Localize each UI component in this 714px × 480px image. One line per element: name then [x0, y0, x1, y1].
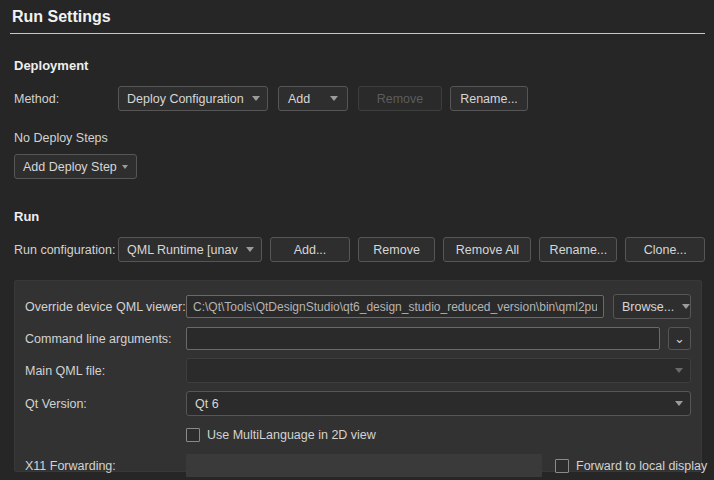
run-section: Run Run configuration: QML Runtime [unav… — [14, 209, 705, 262]
override-viewer-label: Override device QML viewer: — [25, 300, 186, 314]
qt-version-row: Qt Version: Qt 6 — [25, 391, 691, 416]
run-configuration-label: Run configuration: — [14, 243, 118, 257]
dropdown-arrow-icon — [675, 401, 683, 406]
dropdown-arrow-icon — [246, 247, 254, 252]
chevron-down-icon: ⌄ — [674, 332, 685, 345]
run-details-panel: Override device QML viewer: Browse... Co… — [14, 280, 702, 472]
run-add-button[interactable]: Add... — [270, 237, 350, 262]
run-rename-button[interactable]: Rename... — [539, 237, 617, 262]
command-line-arguments-label: Command line arguments: — [25, 332, 186, 346]
qt-version-combobox[interactable]: Qt 6 — [186, 391, 691, 416]
page-title: Run Settings — [10, 6, 705, 34]
method-label: Method: — [14, 92, 118, 106]
method-row: Method: Deploy Configuration Add Remove … — [14, 86, 705, 111]
arguments-expand-button[interactable]: ⌄ — [668, 327, 691, 350]
run-remove-button[interactable]: Remove — [358, 237, 436, 262]
run-remove-all-button[interactable]: Remove All — [443, 237, 531, 262]
run-settings-page: Run Settings Deployment Method: Deploy C… — [0, 0, 714, 480]
multilanguage-checkbox[interactable] — [186, 428, 200, 442]
method-combobox[interactable]: Deploy Configuration — [118, 86, 268, 111]
override-viewer-input[interactable] — [186, 295, 604, 318]
run-heading: Run — [14, 209, 705, 224]
main-qml-file-label: Main QML file: — [25, 364, 186, 378]
deployment-rename-button[interactable]: Rename... — [450, 86, 528, 111]
dropdown-arrow-icon — [330, 96, 338, 101]
forward-display-checkbox[interactable] — [555, 459, 569, 473]
dropdown-arrow-icon — [122, 165, 128, 169]
main-qml-file-combobox[interactable] — [186, 358, 691, 383]
x11-forwarding-row: X11 Forwarding: Forward to local display — [25, 454, 691, 477]
deployment-remove-button[interactable]: Remove — [358, 86, 442, 111]
deployment-section: Deployment Method: Deploy Configuration … — [14, 58, 705, 179]
run-configuration-value: QML Runtime [unavaila — [127, 243, 238, 257]
multilanguage-row: Use MultiLanguage in 2D view — [25, 428, 691, 442]
x11-forwarding-label: X11 Forwarding: — [25, 459, 186, 473]
command-line-arguments-row: Command line arguments: ⌄ — [25, 327, 691, 350]
forward-display-checkbox-label: Forward to local display — [576, 459, 707, 473]
dropdown-arrow-icon — [252, 96, 260, 101]
main-qml-file-row: Main QML file: — [25, 358, 691, 383]
deployment-heading: Deployment — [14, 58, 705, 73]
add-deploy-step-button[interactable]: Add Deploy Step — [14, 154, 137, 179]
override-viewer-row: Override device QML viewer: Browse... — [25, 294, 691, 319]
run-clone-button[interactable]: Clone... — [625, 237, 705, 262]
x11-display-input — [186, 454, 542, 477]
multilanguage-checkbox-label: Use MultiLanguage in 2D view — [207, 428, 376, 442]
run-configuration-row: Run configuration: QML Runtime [unavaila… — [14, 237, 705, 262]
method-combobox-value: Deploy Configuration — [127, 92, 244, 106]
deployment-add-button[interactable]: Add — [278, 86, 348, 111]
browse-button[interactable]: Browse... — [613, 294, 691, 319]
run-configuration-combobox[interactable]: QML Runtime [unavaila — [118, 237, 262, 262]
no-deploy-steps-text: No Deploy Steps — [14, 131, 705, 145]
qt-version-label: Qt Version: — [25, 397, 186, 411]
qt-version-value: Qt 6 — [195, 397, 667, 411]
command-line-arguments-input[interactable] — [186, 327, 660, 350]
dropdown-arrow-icon — [675, 368, 683, 373]
dropdown-arrow-icon — [682, 304, 690, 309]
